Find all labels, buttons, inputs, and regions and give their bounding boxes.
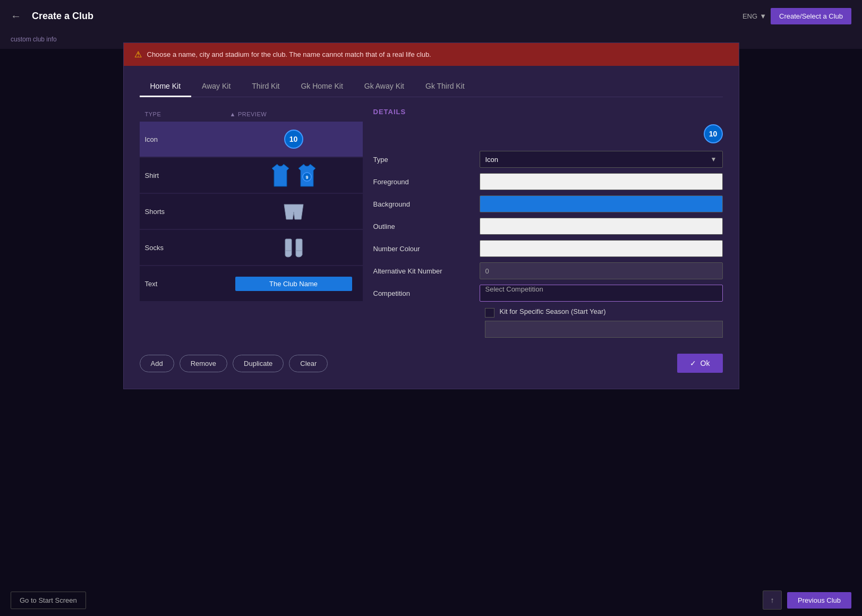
scroll-up-icon-button[interactable]: ↑	[763, 591, 782, 610]
tab-gk-third-kit[interactable]: Gk Third Kit	[415, 76, 475, 97]
tab-away-kit[interactable]: Away Kit	[191, 76, 241, 97]
icon-circle: 10	[284, 130, 303, 149]
col-preview-header: ▲ PREVIEW	[230, 111, 267, 117]
remove-button[interactable]: Remove	[180, 355, 227, 372]
detail-row-background: Background	[373, 195, 723, 212]
kit-preview-text: The Club Name	[230, 270, 357, 297]
col-type-header: TYPE	[145, 111, 230, 117]
kit-preview-shirt: 9	[230, 162, 357, 189]
details-column: DETAILS 10 Type Icon ▼	[373, 108, 723, 338]
tab-gk-home-kit[interactable]: Gk Home Kit	[290, 76, 353, 97]
top-bar: ← Create a Club ENG ▼ Create/Select a Cl…	[0, 0, 862, 32]
kit-specific-season-label: Kit for Specific Season (Start Year)	[500, 307, 606, 316]
tab-home-kit[interactable]: Home Kit	[140, 76, 192, 97]
flag-dropdown-icon: ▼	[759, 12, 766, 20]
shorts-svg	[282, 203, 305, 220]
details-preview: 10	[373, 124, 723, 143]
kit-specific-season-row: Kit for Specific Season (Start Year)	[373, 307, 723, 338]
alt-kit-number-label: Alternative Kit Number	[373, 267, 480, 275]
foreground-control	[480, 173, 723, 190]
detail-row-number-colour: Number Colour	[373, 240, 723, 257]
tab-third-kit[interactable]: Third Kit	[241, 76, 290, 97]
kit-list-column: TYPE ▲ PREVIEW Icon 10	[140, 108, 363, 338]
dialog-content: Home Kit Away Kit Third Kit Gk Home Kit …	[124, 66, 739, 389]
main-columns: TYPE ▲ PREVIEW Icon 10	[140, 108, 723, 338]
socks-svg	[282, 238, 305, 258]
kit-preview-icon: 10	[230, 126, 357, 152]
svg-text:9: 9	[305, 175, 308, 180]
flag-selector[interactable]: ENG ▼	[742, 12, 766, 20]
kit-type-icon: Icon	[145, 135, 230, 143]
add-button[interactable]: Add	[140, 355, 174, 372]
background-label: Background	[373, 200, 480, 208]
scroll-up-icon: ↑	[771, 596, 774, 604]
create-select-club-button[interactable]: Create/Select a Club	[771, 8, 851, 24]
kit-type-text: Text	[145, 280, 230, 288]
list-header: TYPE ▲ PREVIEW	[140, 108, 363, 121]
warning-banner: ⚠ Choose a name, city and stadium for th…	[124, 43, 739, 66]
shirt-number-svg: 9	[296, 163, 318, 187]
warning-text: Choose a name, city and stadium for the …	[147, 50, 431, 58]
page-title: Create a Club	[32, 11, 93, 22]
outline-control	[480, 218, 723, 235]
outline-color-swatch[interactable]	[480, 218, 723, 235]
detail-row-outline: Outline	[373, 218, 723, 235]
number-colour-control	[480, 240, 723, 257]
detail-row-foreground: Foreground	[373, 173, 723, 190]
kit-row-icon[interactable]: Icon 10	[140, 122, 363, 157]
kit-row-shorts[interactable]: Shorts	[140, 194, 363, 229]
sort-icon: ▲	[230, 111, 236, 117]
go-to-start-screen-button[interactable]: Go to Start Screen	[11, 592, 86, 609]
action-buttons: Add Remove Duplicate Clear	[140, 355, 328, 372]
tab-gk-away-kit[interactable]: Gk Away Kit	[354, 76, 415, 97]
ok-button[interactable]: ✓ Ok	[677, 354, 723, 373]
foreground-color-swatch[interactable]	[480, 173, 723, 190]
details-title: DETAILS	[373, 108, 723, 116]
kit-specific-season-checkbox[interactable]	[485, 308, 494, 318]
kit-type-shorts: Shorts	[145, 208, 230, 216]
ok-icon: ✓	[690, 359, 696, 367]
kit-type-socks: Socks	[145, 244, 230, 252]
previous-club-button[interactable]: Previous Club	[787, 592, 851, 609]
jersey-container: 9	[270, 163, 318, 187]
competition-placeholder: Select Competition	[485, 285, 543, 293]
svg-rect-2	[285, 239, 292, 252]
main-dialog: ⚠ Choose a name, city and stadium for th…	[123, 42, 739, 389]
type-control: Icon ▼	[480, 151, 723, 168]
club-name-text-preview: The Club Name	[235, 277, 352, 291]
kit-preview-socks	[230, 234, 357, 261]
flag-label: ENG	[742, 12, 757, 20]
outline-label: Outline	[373, 223, 480, 230]
competition-label: Competition	[373, 289, 480, 297]
season-year-input[interactable]	[485, 321, 723, 338]
type-dropdown[interactable]: Icon ▼	[480, 151, 723, 168]
kit-row-shirt[interactable]: Shirt 9	[140, 158, 363, 193]
warning-icon: ⚠	[134, 49, 142, 59]
competition-control: Select Competition	[480, 285, 723, 302]
ok-label: Ok	[701, 359, 710, 367]
kit-tabs: Home Kit Away Kit Third Kit Gk Home Kit …	[140, 76, 723, 97]
subtitle-text: custom club info	[11, 36, 57, 43]
kit-preview-shorts	[230, 198, 357, 225]
competition-select[interactable]: Select Competition	[480, 285, 723, 302]
alt-kit-number-input[interactable]	[480, 262, 723, 279]
bottom-bar: Go to Start Screen ↑ Previous Club	[0, 584, 862, 616]
number-colour-label: Number Colour	[373, 245, 480, 253]
kit-row-socks[interactable]: Socks	[140, 230, 363, 265]
number-colour-swatch[interactable]	[480, 240, 723, 257]
kit-row-text[interactable]: Text The Club Name	[140, 266, 363, 301]
type-label: Type	[373, 156, 480, 164]
background-control	[480, 195, 723, 212]
details-preview-icon: 10	[704, 124, 723, 143]
foreground-label: Foreground	[373, 178, 480, 186]
alt-kit-number-control	[480, 262, 723, 279]
duplicate-button[interactable]: Duplicate	[233, 355, 284, 372]
back-button[interactable]: ←	[11, 10, 21, 22]
bottom-right-group: ↑ Previous Club	[763, 591, 851, 610]
bottom-actions: Add Remove Duplicate Clear ✓ Ok	[140, 354, 723, 373]
clear-button[interactable]: Clear	[289, 355, 328, 372]
shirt-svg	[270, 163, 291, 187]
kit-type-shirt: Shirt	[145, 172, 230, 179]
svg-rect-3	[296, 239, 302, 252]
background-color-swatch[interactable]	[480, 195, 723, 212]
